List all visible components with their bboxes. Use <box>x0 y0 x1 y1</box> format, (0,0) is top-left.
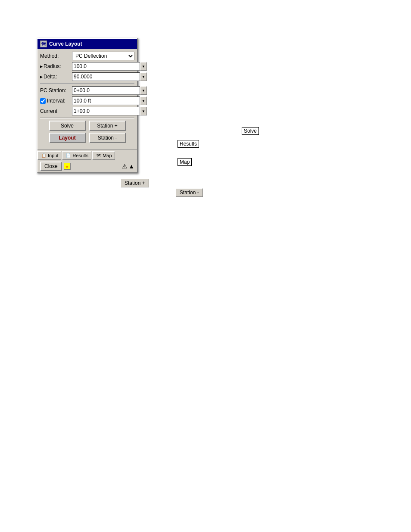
method-label: Method: <box>40 53 70 59</box>
tab-results-label: Results <box>72 153 88 158</box>
map-tab-icon: 🗺 <box>95 152 101 159</box>
pc-station-row: PC Station: ▼ <box>40 86 134 95</box>
radius-row: ▶ Radius: ▼ <box>40 62 134 71</box>
close-button[interactable]: Close <box>40 162 62 171</box>
curve-layout-dialog: 🗺 Curve Layout Method: PC Deflection Cho… <box>37 38 138 173</box>
radius-expand-label[interactable]: ▶ Radius: <box>40 63 70 69</box>
alert-icon: ⚠ <box>122 163 128 170</box>
delta-row: ▶ Delta: ▼ <box>40 72 134 81</box>
arrow-up-icon: ▲ <box>128 163 134 170</box>
radius-label: Radius: <box>44 63 61 69</box>
current-input-wrapper: ▼ <box>72 107 147 115</box>
tab-input-label: Input <box>48 153 58 158</box>
dialog-title: Curve Layout <box>49 41 82 47</box>
interval-checkbox-label[interactable]: Interval: <box>40 98 70 104</box>
interval-input-wrapper: ▼ <box>72 96 147 105</box>
tabs-row: 📋 Input 📄 Results 🗺 Map <box>37 149 137 160</box>
close-bar: Close ★ ⚠ ▲ <box>37 160 137 172</box>
interval-checkbox[interactable] <box>40 98 46 104</box>
pc-station-input[interactable] <box>72 86 140 95</box>
current-input[interactable] <box>72 107 140 115</box>
tab-results[interactable]: 📄 Results <box>62 151 91 160</box>
delta-dropdown-arrow[interactable]: ▼ <box>140 72 147 81</box>
separator-2 <box>40 118 134 118</box>
tab-map[interactable]: 🗺 Map <box>92 151 115 160</box>
current-dropdown-arrow[interactable]: ▼ <box>140 107 147 115</box>
station-plus-button[interactable]: Station + <box>89 121 126 131</box>
current-row: Current ▼ <box>40 107 134 115</box>
pc-station-input-wrapper: ▼ <box>72 86 147 95</box>
floating-map-label: Map <box>177 158 192 166</box>
solve-button[interactable]: Solve <box>49 121 86 131</box>
layout-button[interactable]: Layout <box>49 133 86 143</box>
current-label: Current <box>40 108 70 114</box>
pc-station-dropdown-arrow[interactable]: ▼ <box>140 86 147 95</box>
floating-station-minus-button[interactable]: Station - <box>176 188 203 197</box>
interval-row: Interval: ▼ <box>40 96 134 105</box>
floating-station-plus-button[interactable]: Station + <box>121 179 149 187</box>
station-minus-button[interactable]: Station - <box>89 133 126 143</box>
title-bar: 🗺 Curve Layout <box>37 39 137 49</box>
title-bar-icon: 🗺 <box>40 40 47 47</box>
floating-solve-label: Solve <box>242 127 259 135</box>
star-icon: ★ <box>64 163 71 170</box>
method-select-wrapper: PC Deflection Chord Deflection Tangent O… <box>72 52 134 60</box>
tab-map-label: Map <box>103 153 112 158</box>
separator-1 <box>40 83 134 84</box>
interval-input[interactable] <box>72 96 140 105</box>
delta-input[interactable] <box>72 72 140 81</box>
interval-dropdown-arrow[interactable]: ▼ <box>140 96 147 105</box>
delta-input-wrapper: ▼ <box>72 72 147 81</box>
radius-dropdown-arrow[interactable]: ▼ <box>140 62 147 71</box>
radius-input[interactable] <box>72 62 140 71</box>
input-tab-icon: 📋 <box>40 152 47 159</box>
radius-input-wrapper: ▼ <box>72 62 147 71</box>
pc-station-label: PC Station: <box>40 87 70 93</box>
dialog-content: Method: PC Deflection Chord Deflection T… <box>37 49 137 147</box>
delta-expand-label[interactable]: ▶ Delta: <box>40 74 70 80</box>
method-row: Method: PC Deflection Chord Deflection T… <box>40 52 134 60</box>
results-tab-icon: 📄 <box>65 152 71 159</box>
radius-expand-arrow: ▶ <box>40 65 43 68</box>
floating-results-label: Results <box>177 140 199 148</box>
method-select[interactable]: PC Deflection Chord Deflection Tangent O… <box>72 52 134 60</box>
interval-label: Interval: <box>47 98 65 104</box>
tab-input[interactable]: 📋 Input <box>37 151 61 160</box>
button-row-1: Solve Station + <box>40 121 134 131</box>
delta-label: Delta: <box>44 74 57 80</box>
delta-expand-arrow: ▶ <box>40 75 43 79</box>
button-row-2: Layout Station - <box>40 133 134 143</box>
